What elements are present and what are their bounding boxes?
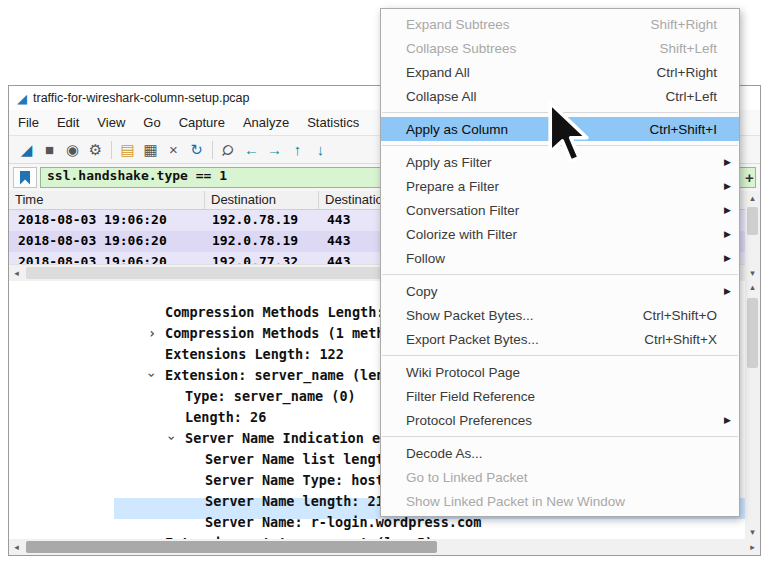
capture-start-fin-icon[interactable]: ◢ — [15, 139, 38, 160]
menu-view[interactable]: View — [88, 111, 134, 134]
menu-item-wiki-protocol-page[interactable]: Wiki Protocol Page — [381, 360, 739, 384]
scroll-left-icon[interactable]: ◂ — [9, 265, 24, 281]
menu-item-protocol-preferences[interactable]: Protocol Preferences — [381, 408, 739, 432]
menu-item-filter-field-reference[interactable]: Filter Field Reference — [381, 384, 739, 408]
capture-options-gear-icon[interactable]: ⚙ — [84, 139, 107, 160]
go-bottom-icon[interactable]: ↓ — [309, 139, 332, 160]
details-vscrollbar[interactable]: ▴ ▾ — [745, 280, 760, 539]
menu-capture[interactable]: Capture — [170, 111, 234, 134]
column-header-time[interactable]: Time — [9, 191, 205, 209]
menu-item-collapse-subtrees: Collapse Subtrees Shift+Left — [381, 36, 739, 60]
scroll-left-icon[interactable]: ◂ — [9, 539, 24, 555]
capture-stop-icon[interactable]: ■ — [38, 139, 61, 160]
hscroll-thumb[interactable] — [26, 541, 437, 553]
window-title: traffic-for-wireshark-column-setup.pcap — [33, 91, 250, 105]
toolbar-separator — [111, 141, 112, 159]
scroll-down-icon[interactable]: ▾ — [745, 525, 760, 539]
menu-file[interactable]: File — [9, 111, 48, 134]
expander-expanded-icon[interactable] — [148, 367, 165, 383]
menu-edit[interactable]: Edit — [48, 111, 88, 134]
menu-item-copy[interactable]: Copy — [381, 279, 739, 303]
open-file-icon[interactable]: ▤ — [116, 139, 139, 160]
menu-separator — [382, 274, 738, 275]
expander-collapsed-icon[interactable] — [148, 325, 165, 341]
menu-item-colorize-with-filter[interactable]: Colorize with Filter — [381, 222, 739, 246]
wireshark-app-icon: ◢ — [17, 92, 27, 105]
menu-item-expand-all[interactable]: Expand All Ctrl+Right — [381, 60, 739, 84]
vscroll-thumb[interactable] — [747, 207, 758, 235]
menu-analyze[interactable]: Analyze — [234, 111, 298, 134]
column-header-destination[interactable]: Destination — [205, 191, 319, 209]
bookmark-icon — [20, 171, 30, 185]
submenu-arrow-icon — [719, 415, 731, 425]
menu-item-show-linked-packet-in-new-window: Show Linked Packet in New Window — [381, 489, 739, 513]
go-top-icon[interactable]: ↑ — [286, 139, 309, 160]
submenu-arrow-icon — [719, 157, 731, 167]
screen: ◢ traffic-for-wireshark-column-setup.pca… — [0, 0, 768, 563]
scroll-down-icon[interactable]: ▾ — [745, 266, 760, 280]
save-file-icon[interactable]: ▦ — [139, 139, 162, 160]
menu-item-go-to-linked-packet: Go to Linked Packet — [381, 465, 739, 489]
menu-item-decode-as[interactable]: Decode As... — [381, 441, 739, 465]
submenu-arrow-icon — [719, 253, 731, 263]
menu-statistics[interactable]: Statistics — [298, 111, 368, 134]
scroll-up-icon[interactable]: ▴ — [745, 191, 760, 205]
add-filter-button[interactable]: + — [742, 168, 757, 187]
expander-expanded-icon[interactable] — [168, 430, 185, 446]
menu-separator — [382, 355, 738, 356]
menu-go[interactable]: Go — [134, 111, 169, 134]
go-forward-icon[interactable]: → — [263, 139, 286, 160]
submenu-arrow-icon — [719, 181, 731, 191]
menu-item-expand-subtrees: Expand Subtrees Shift+Right — [381, 12, 739, 36]
menu-item-follow[interactable]: Follow — [381, 246, 739, 270]
menu-item-export-packet-bytes[interactable]: Export Packet Bytes... Ctrl+Shift+X — [381, 327, 739, 351]
vscroll-thumb[interactable] — [747, 298, 758, 368]
filter-bookmark-button[interactable] — [13, 167, 37, 188]
menu-separator — [382, 436, 738, 437]
packet-list-vscrollbar[interactable]: ▴ ▾ — [745, 191, 760, 280]
scroll-up-icon[interactable]: ▴ — [745, 280, 760, 294]
submenu-arrow-icon — [719, 205, 731, 215]
menu-item-conversation-filter[interactable]: Conversation Filter — [381, 198, 739, 222]
menu-item-show-packet-bytes[interactable]: Show Packet Bytes... Ctrl+Shift+O — [381, 303, 739, 327]
details-hscrollbar[interactable]: ◂ ▸ — [9, 539, 760, 555]
scroll-right-icon[interactable]: ▸ — [745, 539, 760, 555]
submenu-arrow-icon — [719, 229, 731, 239]
reload-file-icon[interactable]: ↻ — [185, 139, 208, 160]
mouse-cursor — [547, 100, 593, 170]
submenu-arrow-icon — [719, 286, 731, 296]
menu-item-prepare-a-filter[interactable]: Prepare a Filter — [381, 174, 739, 198]
capture-restart-icon[interactable]: ◉ — [61, 139, 84, 160]
close-file-icon[interactable]: × — [162, 139, 185, 160]
context-menu: Expand Subtrees Shift+Right Collapse Sub… — [380, 8, 740, 517]
